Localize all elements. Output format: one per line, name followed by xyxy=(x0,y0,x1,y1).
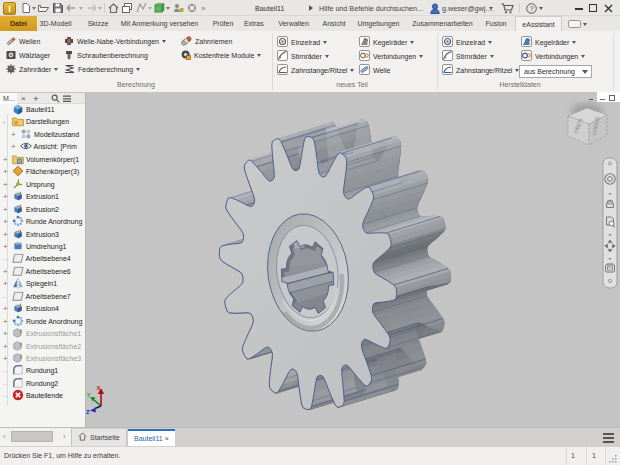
svg-text:X: X xyxy=(97,385,101,391)
svg-text:Z: Z xyxy=(86,409,90,415)
svg-text:Y: Y xyxy=(87,392,91,398)
svg-text:?: ? xyxy=(529,4,533,13)
